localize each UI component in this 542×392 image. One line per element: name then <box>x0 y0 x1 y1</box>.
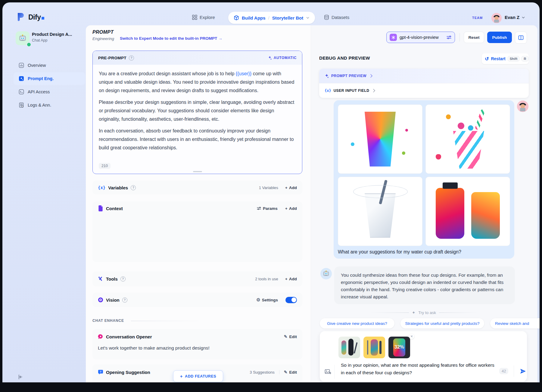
cube-icon <box>234 15 239 20</box>
attached-image-yellow-bottle[interactable] <box>363 337 385 358</box>
pre-prompt-title: PRE-PROMPT <box>98 56 126 60</box>
remove-attachment-icon[interactable]: × <box>409 334 414 339</box>
user-input-field-row[interactable]: {x} USER INPUT FIELD <box>319 83 529 98</box>
sidebar-item-api-access[interactable]: API Access <box>14 86 85 98</box>
vision-section: Vision ? ⚙ Settings <box>92 293 302 307</box>
grid-icon <box>192 15 197 20</box>
reset-button[interactable]: Reset <box>464 32 484 43</box>
chat-input-text[interactable]: So in your opinion, what are the most ap… <box>341 361 497 376</box>
edit-suggestions-button[interactable]: ✎ Edit <box>284 370 297 375</box>
input-divider <box>334 365 335 379</box>
send-icon <box>519 368 527 375</box>
logo-text: Dify <box>28 13 41 21</box>
opening-suggestion-title: Opening Suggestion <box>106 370 150 375</box>
suggested-question-chip[interactable]: Give creative new product ideas? <box>320 318 394 328</box>
pre-prompt-editor[interactable]: You are a creative product design assist… <box>93 65 302 152</box>
sidebar-item-label: API Access <box>28 89 50 94</box>
header-divider <box>459 33 460 42</box>
params-icon <box>257 206 261 210</box>
help-icon[interactable]: ? <box>120 276 126 282</box>
prompt-preview-row[interactable]: PROMPT PREVIEW <box>319 69 529 83</box>
dify-logo[interactable]: Dify <box>17 13 44 22</box>
account-menu[interactable]: Evan Z <box>505 15 525 20</box>
logs-icon <box>19 102 24 108</box>
breadcrumb-slash: / <box>268 15 269 20</box>
sidebar-item-label: Overview <box>28 63 46 68</box>
vision-toggle[interactable] <box>285 297 297 303</box>
avatar[interactable] <box>491 13 502 23</box>
variables-count: 1 Variables <box>259 185 278 190</box>
input-char-count: 42 <box>499 368 508 374</box>
attached-image-sketch-bottles[interactable] <box>338 337 360 358</box>
resize-handle[interactable] <box>193 171 202 172</box>
uploaded-image-colorful-tumblers[interactable] <box>425 177 510 246</box>
nav-datasets[interactable]: Datasets <box>324 15 349 20</box>
build-apps-pill: Build Apps / Storyteller Bot <box>228 12 315 24</box>
vision-settings-button[interactable]: ⚙ Settings <box>256 297 278 303</box>
pre-prompt-card: PRE-PROMPT ? AUTOMATIC You are a creativ… <box>92 51 302 174</box>
keycap-shift: Shift <box>508 56 520 61</box>
pre-prompt-paragraph: You are a creative product design assist… <box>99 70 296 95</box>
dify-logo-icon <box>17 13 25 22</box>
model-selector[interactable]: gpt-4-vision-preview <box>386 32 455 43</box>
expert-mode-link[interactable]: Switch to Expert Mode to edit the built-… <box>120 36 223 41</box>
split-panel-icon <box>518 35 524 40</box>
uploaded-image-pencil-cup-sketch[interactable] <box>338 177 422 246</box>
user-variable-token: {{user}} <box>236 71 252 76</box>
context-params-button[interactable]: Params <box>257 206 278 211</box>
model-params-icon <box>446 35 452 40</box>
chevron-down-icon[interactable] <box>306 16 310 20</box>
restart-button[interactable]: ↺ Restart Shift R <box>482 53 529 64</box>
edit-opener-button[interactable]: ✎ Edit <box>284 334 297 339</box>
sidebar-item-label: Prompt Eng. <box>28 76 54 81</box>
context-doc-icon <box>98 205 103 211</box>
toggle-panel-button[interactable] <box>515 32 527 44</box>
current-app-name[interactable]: Storyteller Bot <box>272 15 303 20</box>
sidebar-item-label: Logs & Ann. <box>28 103 51 107</box>
bar-chart-icon <box>19 63 24 68</box>
sidebar-item-overview[interactable]: Overview <box>14 59 85 72</box>
nav-explore[interactable]: Explore <box>192 15 215 20</box>
sidebar-item-prompt-eng[interactable]: Prompt Eng. <box>14 72 85 85</box>
uploaded-image-candy-cup-sketch[interactable] <box>425 104 510 174</box>
help-icon[interactable]: ? <box>122 297 127 303</box>
help-icon[interactable]: ? <box>129 55 134 61</box>
chat-input-card: 32% × So in your opinion, what are the m… <box>320 331 527 382</box>
sidebar-collapse-icon[interactable] <box>17 374 25 381</box>
pre-prompt-header: PRE-PROMPT ? AUTOMATIC <box>93 51 302 65</box>
pre-prompt-paragraph: Please describe your design suggestions … <box>99 98 296 123</box>
nav-datasets-label: Datasets <box>332 15 349 20</box>
add-features-button[interactable]: + ADD FEATURES <box>173 370 223 382</box>
database-icon <box>324 15 329 20</box>
add-context-button[interactable]: + Add <box>285 206 297 211</box>
char-count-badge: 210 <box>99 163 111 169</box>
add-tool-button[interactable]: + Add <box>285 277 297 281</box>
publish-button[interactable]: Publish <box>487 32 512 43</box>
attached-image-dark-tumbler[interactable]: 32% <box>388 337 410 358</box>
variables-icon: {x} <box>98 185 105 190</box>
try-to-ask-sparkle-icon: ✦ <box>412 310 415 315</box>
user-chat-avatar <box>517 101 528 112</box>
automatic-button[interactable]: AUTOMATIC <box>268 56 297 60</box>
logo-cube <box>42 17 44 20</box>
plus-icon: + <box>285 206 288 211</box>
pencil-icon: ✎ <box>284 370 288 375</box>
vision-eye-icon <box>98 297 103 303</box>
suggested-question-chip[interactable]: Strategies for useful and pretty product… <box>400 318 484 328</box>
nav-build-apps[interactable]: Build Apps <box>242 15 266 20</box>
openai-icon <box>390 34 397 41</box>
help-icon[interactable]: ? <box>131 185 136 190</box>
suggested-question-chip[interactable]: Review sketch and <box>490 318 540 328</box>
bot-message-bubble: You could synthesize ideas from these fo… <box>334 266 515 304</box>
opener-text: Let's work together to make amazing prod… <box>92 344 302 352</box>
add-variable-button[interactable]: + Add <box>285 185 297 190</box>
chevron-right-icon <box>372 89 375 92</box>
uploaded-image-colorful-cup[interactable] <box>338 104 422 174</box>
sidebar-item-logs[interactable]: Logs & Ann. <box>14 99 85 111</box>
page-subtitle: Engineering <box>92 36 114 41</box>
vision-title: Vision <box>106 297 120 303</box>
send-button[interactable] <box>519 367 528 376</box>
user-message-bubble: What are your suggestions for my water c… <box>334 100 514 259</box>
add-image-icon[interactable] <box>325 369 331 376</box>
prompt-engineering-icon <box>19 76 24 81</box>
